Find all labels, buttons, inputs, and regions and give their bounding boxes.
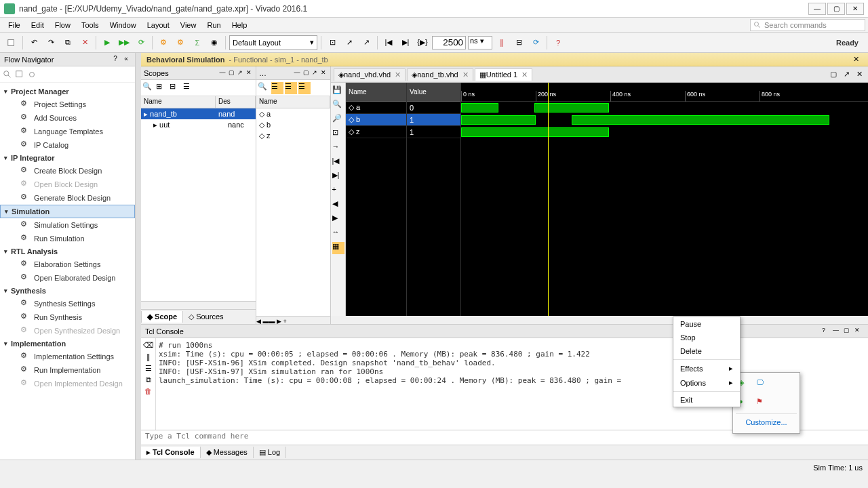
menu-file[interactable]: File — [3, 19, 26, 31]
zoom-in-icon[interactable]: 🔍 — [332, 100, 344, 112]
ctx-stop[interactable]: Stop — [673, 331, 740, 344]
flownav-item[interactable]: ⚙Implementation Settings — [0, 350, 135, 363]
command-search[interactable]: Search commands — [750, 19, 865, 31]
col-name[interactable]: Name — [256, 96, 330, 108]
step-button[interactable]: {▶} — [415, 35, 430, 50]
flownav-help-button[interactable]: ? — [111, 55, 120, 64]
run-for-button[interactable]: ▶| — [398, 35, 413, 50]
redo-button[interactable]: ↷ — [43, 35, 58, 50]
minimize-icon[interactable]: — — [218, 69, 226, 77]
wave-signal-name[interactable]: ◇ b — [346, 114, 406, 126]
wave-signal-value[interactable]: 0 — [407, 102, 460, 114]
flownav-section[interactable]: ▾ RTL Analysis — [0, 245, 135, 258]
filter-icon[interactable]: ☰ — [271, 82, 283, 94]
wave-signal-value[interactable]: 1 — [407, 126, 460, 138]
menu-help[interactable]: Help — [226, 19, 253, 31]
tab-log[interactable]: ▤ Log — [254, 447, 286, 458]
ctx-pause[interactable]: Pause — [673, 317, 740, 331]
wave-canvas[interactable]: 235.501 ns 0 ns200 ns400 ns600 ns800 ns — [461, 83, 868, 316]
zoom-in-button[interactable]: ➚ — [342, 35, 357, 50]
console-min-button[interactable]: — — [833, 327, 842, 336]
menu-run[interactable]: Run — [201, 19, 226, 31]
popout-icon[interactable]: ↗ — [841, 70, 852, 79]
flownav-item[interactable]: ⚙Open Implemented Design — [0, 377, 135, 390]
close-icon[interactable]: ✕ — [245, 69, 253, 77]
time-unit-combo[interactable]: ns ▾ — [468, 36, 492, 49]
wave-value-header[interactable]: Value — [407, 83, 460, 102]
flownav-section[interactable]: ▾ Simulation — [0, 205, 135, 218]
col-des[interactable]: Des — [216, 96, 256, 108]
maximize-icon[interactable]: ▢ — [302, 69, 310, 77]
config-icon[interactable]: ▦ — [332, 242, 344, 254]
goto-icon[interactable]: → — [332, 142, 344, 155]
zoom-out-icon[interactable]: 🔎 — [332, 114, 344, 126]
wave-scrollbar[interactable] — [331, 316, 868, 324]
tab-sources[interactable]: ◇ Sources — [182, 311, 229, 323]
wave-tab-1[interactable]: ◈ nand_tb.vhd✕ — [407, 68, 473, 81]
break-button[interactable]: ⊟ — [511, 35, 526, 50]
popout-icon[interactable]: ↗ — [236, 69, 244, 77]
customize-link[interactable]: Customize... — [736, 413, 797, 430]
wave-cursor[interactable] — [548, 83, 549, 316]
flownav-section[interactable]: ▾ IP Integrator — [0, 152, 135, 164]
copy-button[interactable]: ⧉ — [60, 35, 75, 50]
flownav-section[interactable]: ▾ Implementation — [0, 338, 135, 350]
minimize-button[interactable]: — — [808, 3, 826, 15]
flownav-item[interactable]: ⚙Generate Block Design — [0, 191, 135, 205]
flownav-item[interactable]: ⚙Run Implementation — [0, 363, 135, 377]
search-icon[interactable] — [3, 70, 12, 79]
summary-button[interactable]: Σ — [190, 35, 205, 50]
clear-icon[interactable]: ⌫ — [143, 341, 154, 350]
layout-combo[interactable]: Default Layout ▾ — [229, 35, 317, 50]
zoom-fit-button[interactable]: ⊡ — [325, 35, 340, 50]
wave-signal-name[interactable]: ◇ a — [346, 102, 406, 114]
object-row[interactable]: ◇ b — [256, 119, 330, 130]
synth-button[interactable]: ⚙ — [156, 35, 171, 50]
delete-button[interactable]: ✕ — [77, 35, 92, 50]
object-row[interactable]: ◇ z — [256, 130, 330, 141]
flownav-collapse-button[interactable]: « — [121, 55, 131, 64]
flownav-item[interactable]: ⚙IP Catalog — [0, 138, 135, 152]
delete-icon[interactable]: 🗑 — [144, 387, 152, 395]
popout-icon[interactable]: ↗ — [311, 69, 319, 77]
scrollbar[interactable] — [141, 301, 256, 309]
flownav-item[interactable]: ⚙Language Templates — [0, 125, 135, 138]
collapse-icon[interactable]: ⊟ — [170, 82, 182, 94]
prev-edge-icon[interactable]: |◀ — [332, 157, 344, 169]
ctx-exit[interactable]: Exit — [673, 393, 740, 407]
undo-button[interactable]: ↶ — [26, 35, 41, 50]
console-max-button[interactable]: ▢ — [844, 327, 853, 336]
close-icon[interactable]: ✕ — [395, 70, 401, 79]
close-icon[interactable]: ✕ — [854, 70, 865, 79]
cursor-button[interactable]: ↗ — [359, 35, 374, 50]
sim-close-button[interactable]: ✕ — [853, 55, 863, 64]
flownav-section[interactable]: ▾ Project Manager — [0, 85, 135, 98]
bitstream-button[interactable]: ◉ — [207, 35, 222, 50]
menu-flow[interactable]: Flow — [50, 19, 76, 31]
maximize-icon[interactable]: ▢ — [827, 70, 840, 79]
search-icon[interactable]: 🔍 — [142, 82, 155, 94]
flownav-item[interactable]: ⚙Open Synthesized Design — [0, 324, 135, 338]
tab-messages[interactable]: ◆ Messages — [201, 447, 254, 458]
next-marker-icon[interactable]: ▶ — [332, 214, 344, 226]
menu-layout[interactable]: Layout — [142, 19, 175, 31]
menu-tools[interactable]: Tools — [76, 19, 104, 31]
splitter[interactable] — [136, 53, 141, 460]
relaunch-sim-button[interactable]: ⟳ — [528, 35, 543, 50]
filter-icon[interactable]: ☰ — [145, 364, 152, 373]
prev-marker-icon[interactable]: ◀ — [332, 199, 344, 211]
collapse-all-icon[interactable] — [15, 70, 24, 79]
flownav-item[interactable]: ⚙Open Block Design — [0, 178, 135, 191]
monitor-icon[interactable]: 🖵 — [756, 378, 770, 392]
restart-button[interactable]: |◀ — [381, 35, 396, 50]
relaunch-button[interactable]: ⟳ — [134, 35, 149, 50]
minimize-icon[interactable]: — — [293, 69, 301, 77]
close-icon[interactable]: ✕ — [521, 70, 528, 79]
swap-icon[interactable]: ↔ — [332, 228, 344, 240]
object-row[interactable]: ◇ a — [256, 108, 330, 119]
flownav-item[interactable]: ⚙Elaboration Settings — [0, 258, 135, 271]
close-button[interactable]: ✕ — [846, 3, 864, 15]
flownav-item[interactable]: ⚙Add Sources — [0, 111, 135, 125]
search-icon[interactable]: 🔍 — [258, 82, 270, 94]
add-marker-icon[interactable]: + — [332, 185, 344, 197]
